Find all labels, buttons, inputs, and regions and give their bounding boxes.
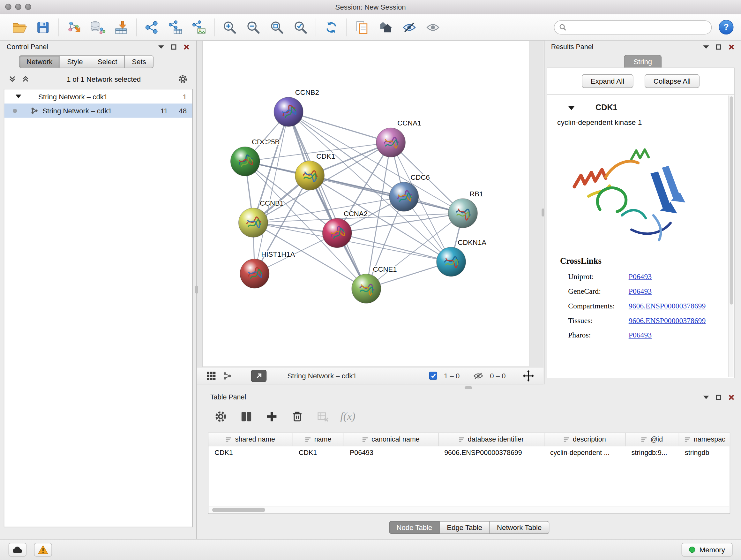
cloud-button[interactable]: [9, 543, 26, 557]
network-node-hist1h1a[interactable]: HIST1H1A: [240, 250, 295, 288]
tab-node-table[interactable]: Node Table: [389, 521, 440, 534]
tab-network-table[interactable]: Network Table: [490, 521, 549, 534]
export-image-button[interactable]: [187, 16, 211, 38]
crosslink-row: Uniprot:P06493: [547, 269, 734, 284]
network-node-rb1[interactable]: RB1: [448, 190, 483, 228]
float-panel-icon[interactable]: [716, 395, 721, 400]
float-panel-icon[interactable]: [716, 44, 721, 49]
network-edge[interactable]: [255, 112, 288, 273]
collection-expand-icon[interactable]: [16, 95, 21, 98]
open-in-window-button[interactable]: [251, 369, 266, 382]
zoom-in-button[interactable]: [218, 16, 242, 38]
move-crosshair-icon[interactable]: [523, 370, 534, 381]
table-settings-button[interactable]: [212, 409, 228, 425]
collapse-all-icon[interactable]: [9, 75, 16, 83]
import-table-button[interactable]: [109, 16, 133, 38]
panel-menu-icon[interactable]: [703, 45, 709, 48]
column-header-description[interactable]: description: [544, 433, 625, 446]
scrollbar-thumb[interactable]: [212, 508, 265, 512]
tab-style[interactable]: Style: [60, 55, 90, 68]
column-header-shared-name[interactable]: shared name: [208, 433, 293, 446]
create-column-button[interactable]: [264, 409, 280, 425]
network-edge[interactable]: [337, 233, 451, 262]
open-session-button[interactable]: [8, 16, 31, 38]
table-row[interactable]: CDK1CDK1P064939606.ENSP00000378699cyclin…: [208, 446, 730, 459]
help-button[interactable]: ?: [719, 20, 734, 35]
network-edge[interactable]: [310, 176, 463, 213]
tab-edge-table[interactable]: Edge Table: [440, 521, 490, 534]
selected-checkbox[interactable]: [429, 372, 437, 380]
network-canvas[interactable]: CCNB2CCNA1CDC25BCDK1CDC6RB1CCNB1CCNA2CDK…: [202, 41, 529, 367]
column-header-canonical-name[interactable]: canonical name: [344, 433, 438, 446]
panel-menu-icon[interactable]: [158, 45, 164, 48]
zoom-selected-button[interactable]: [289, 16, 313, 38]
network-node-ccnb2[interactable]: CCNB2: [274, 88, 319, 126]
column-header--id[interactable]: @id: [625, 433, 678, 446]
delete-column-button[interactable]: [289, 409, 305, 425]
share-icon[interactable]: [223, 371, 232, 381]
show-all-button[interactable]: [421, 16, 445, 38]
zoom-window-button[interactable]: [25, 4, 31, 10]
check-icon: [430, 373, 436, 379]
export-network-button[interactable]: [140, 16, 163, 38]
network-edge[interactable]: [288, 112, 366, 289]
panel-menu-icon[interactable]: [703, 395, 709, 399]
warnings-button[interactable]: [34, 543, 52, 557]
function-builder-button[interactable]: f(x): [340, 411, 355, 423]
expand-all-icon[interactable]: [22, 75, 29, 83]
gene-section-header[interactable]: CDK1: [547, 95, 734, 112]
column-header-database-identifier[interactable]: database identifier: [438, 433, 544, 446]
float-panel-icon[interactable]: [171, 44, 176, 49]
network-edge[interactable]: [288, 112, 391, 142]
splitter-handle[interactable]: [542, 208, 544, 216]
network-node-cdk1[interactable]: CDK1: [295, 152, 335, 190]
crosslink-link[interactable]: 9606.ENSP00000378699: [629, 316, 706, 325]
import-network-database-button[interactable]: [85, 16, 109, 38]
expand-all-button[interactable]: Expand All: [582, 74, 633, 88]
zoom-fit-button[interactable]: [265, 16, 289, 38]
network-node-ccna1[interactable]: CCNA1: [376, 119, 421, 157]
zoom-out-button[interactable]: [242, 16, 265, 38]
crosslink-link[interactable]: P06493: [629, 287, 652, 295]
network-collection-row[interactable]: String Network – cdk1 1: [4, 89, 192, 104]
crosslink-link[interactable]: 9606.ENSP00000378699: [629, 301, 706, 310]
network-edge[interactable]: [366, 197, 404, 289]
grid-icon[interactable]: [206, 371, 216, 381]
search-input[interactable]: [570, 23, 706, 31]
tab-select[interactable]: Select: [90, 55, 125, 68]
minimize-window-button[interactable]: [15, 4, 21, 10]
collapse-all-button[interactable]: Collapse All: [645, 74, 699, 88]
close-panel-icon[interactable]: [728, 394, 734, 400]
gear-icon[interactable]: [178, 74, 188, 84]
network-row-selected[interactable]: String Network – cdk1 11 48: [4, 104, 192, 118]
close-window-button[interactable]: [5, 4, 11, 10]
clear-table-button-disabled[interactable]: [315, 409, 331, 425]
toggle-columns-button[interactable]: [238, 409, 254, 425]
gene-collapse-icon[interactable]: [568, 106, 575, 110]
clone-network-button[interactable]: [350, 16, 374, 38]
close-panel-icon[interactable]: [184, 44, 190, 50]
hide-selected-button[interactable]: [398, 16, 421, 38]
close-panel-icon[interactable]: [728, 44, 734, 50]
tab-string[interactable]: String: [624, 55, 662, 68]
network-node-cdc25b[interactable]: CDC25B: [230, 138, 280, 176]
splitter-handle[interactable]: [195, 286, 198, 294]
horizontal-splitter[interactable]: [197, 384, 741, 391]
import-network-file-button[interactable]: [62, 16, 85, 38]
network-view-toolbar: String Network – cdk1 1 – 0 0 – 0: [197, 367, 544, 384]
save-session-button[interactable]: [31, 16, 55, 38]
network-node-cdkn1a[interactable]: CDKN1A: [436, 239, 487, 276]
neighborhood-button[interactable]: [374, 16, 397, 38]
tab-sets[interactable]: Sets: [125, 55, 153, 68]
results-scrollbar[interactable]: [728, 96, 733, 377]
table-horizontal-scrollbar[interactable]: [209, 506, 730, 513]
column-header-name[interactable]: name: [293, 433, 344, 446]
tab-network[interactable]: Network: [19, 55, 60, 68]
export-table-button[interactable]: [163, 16, 187, 38]
network-title: String Network – cdk1: [287, 372, 356, 380]
apply-preferred-layout-button[interactable]: [320, 16, 343, 38]
column-header-namespac[interactable]: namespac: [679, 433, 730, 446]
memory-button[interactable]: Memory: [681, 543, 732, 557]
crosslink-link[interactable]: P06493: [629, 331, 652, 339]
crosslink-link[interactable]: P06493: [629, 272, 652, 281]
